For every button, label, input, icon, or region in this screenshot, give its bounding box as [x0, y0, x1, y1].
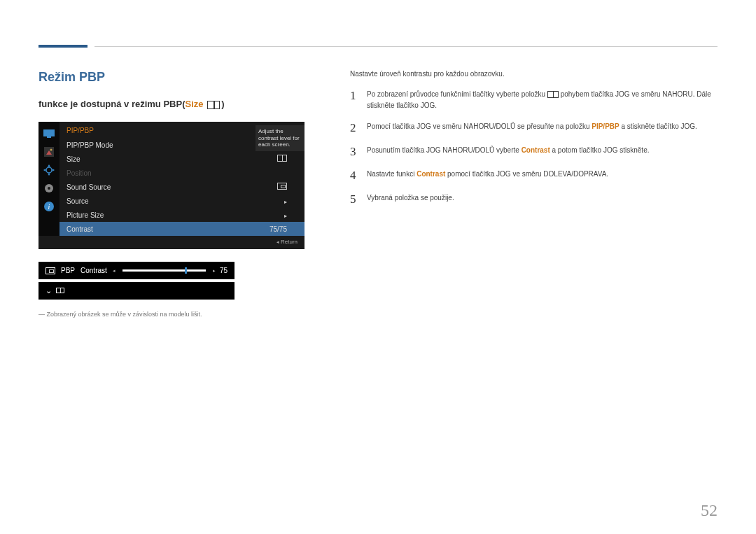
bottom-indicator-strip: ⌄ — [38, 282, 234, 300]
section-title: Režim PBP — [38, 70, 315, 85]
cb-value: 75 — [220, 267, 227, 274]
keyword: PIP/PBP — [592, 122, 619, 130]
menu-icon — [547, 91, 559, 98]
monitor-icon — [41, 126, 57, 141]
step-text: Pomocí tlačítka JOG ve směru NAHORU/DOLŮ… — [367, 121, 697, 132]
osd-pip-icon — [277, 183, 287, 191]
instruction-step: 5Vybraná položka se použije. — [350, 192, 718, 206]
arrow-right-icon — [284, 197, 287, 205]
step-text: Posunutím tlačítka JOG NAHORU/DOLŮ vyber… — [367, 145, 649, 156]
cb-mode: PBP — [61, 267, 75, 274]
svg-point-4 — [50, 149, 52, 151]
gear-icon — [41, 181, 57, 196]
instruction-step: 4Nastavte funkci Contrast pomocí tlačítk… — [350, 169, 718, 183]
osd-row-contrast[interactable]: Contrast 75/75 — [59, 222, 304, 236]
step-text: Nastavte funkci Contrast pomocí tlačítka… — [367, 169, 608, 180]
svg-point-11 — [48, 187, 50, 190]
osd-row-size[interactable]: Size — [59, 152, 304, 166]
keyword: Contrast — [522, 146, 550, 154]
osd-split-icon — [277, 155, 287, 163]
osd-row-position: Position — [59, 166, 304, 180]
osd-row-label: PIP/PBP Mode — [66, 141, 278, 149]
step-number: 3 — [350, 145, 367, 159]
svg-rect-0 — [43, 129, 55, 136]
osd-row-label: Picture Size — [66, 211, 284, 219]
target-icon — [41, 162, 57, 178]
intro-text: Nastavte úroveň kontrastu pro každou obr… — [350, 70, 718, 78]
header-rule — [94, 46, 718, 47]
osd-row-label: Position — [66, 169, 298, 177]
cb-label: Contrast — [80, 267, 107, 274]
step-number: 1 — [350, 89, 367, 103]
osd-footer: ◂ Return — [38, 236, 304, 249]
osd-row-value: 75/75 — [270, 225, 287, 233]
header-accent-bar — [38, 45, 88, 48]
osd-row-label: Contrast — [66, 225, 270, 233]
subtitle: funkce je dostupná v režimu PBP(Size ) — [38, 99, 315, 109]
info-icon: i — [41, 199, 57, 214]
svg-marker-6 — [48, 164, 50, 167]
split-icon — [56, 288, 64, 293]
instruction-step: 2Pomocí tlačítka JOG ve směru NAHORU/DOL… — [350, 121, 718, 135]
subtitle-suffix: ) — [221, 99, 224, 109]
instruction-step: 3Posunutím tlačítka JOG NAHORU/DOLŮ vybe… — [350, 145, 718, 159]
chevron-down-icon: ⌄ — [46, 286, 52, 295]
osd-row-sound[interactable]: Sound Source — [59, 180, 304, 194]
svg-rect-1 — [47, 136, 51, 138]
step-number: 2 — [350, 121, 367, 135]
step-text: Vybraná položka se použije. — [367, 192, 454, 204]
osd-menu-panel: i PIP/PBP PIP/PBP Mode On Size Position — [38, 122, 304, 249]
svg-marker-7 — [48, 174, 50, 176]
instruction-step: 1Po zobrazení průvodce funkčními tlačítk… — [350, 89, 718, 111]
svg-marker-9 — [52, 169, 55, 171]
svg-marker-8 — [43, 169, 46, 171]
keyword: Contrast — [416, 170, 445, 178]
osd-help-panel: Adjust the contrast level for each scree… — [255, 125, 304, 151]
image-caption: ― Zobrazený obrázek se může v závislosti… — [38, 311, 315, 318]
svg-text:i: i — [48, 203, 50, 211]
subtitle-prefix: funkce je dostupná v režimu PBP( — [38, 99, 186, 109]
svg-point-5 — [46, 167, 52, 173]
step-text: Po zobrazení průvodce funkčními tlačítky… — [367, 89, 718, 111]
contrast-slider[interactable] — [122, 269, 206, 272]
picture-icon — [41, 144, 57, 160]
right-tri-icon: ▸ — [213, 268, 216, 274]
osd-row-label: Source — [66, 197, 284, 205]
osd-row-label: Sound Source — [66, 183, 277, 191]
osd-row-source[interactable]: Source — [59, 194, 304, 208]
step-number: 5 — [350, 192, 367, 206]
pbp-split-icon — [207, 101, 220, 109]
osd-sidebar: i — [38, 122, 59, 236]
osd-row-label: Size — [66, 155, 277, 163]
osd-return-label: Return — [281, 239, 298, 245]
subtitle-highlight: Size — [186, 99, 204, 109]
arrow-right-icon — [284, 211, 287, 219]
left-tri-icon: ◂ — [113, 268, 115, 274]
pbp-icon — [46, 267, 55, 274]
page-number: 52 — [701, 501, 718, 520]
osd-row-picturesize[interactable]: Picture Size — [59, 208, 304, 222]
contrast-adjustment-bar[interactable]: PBP Contrast ◂ ▸ 75 — [38, 262, 234, 279]
step-number: 4 — [350, 169, 367, 183]
